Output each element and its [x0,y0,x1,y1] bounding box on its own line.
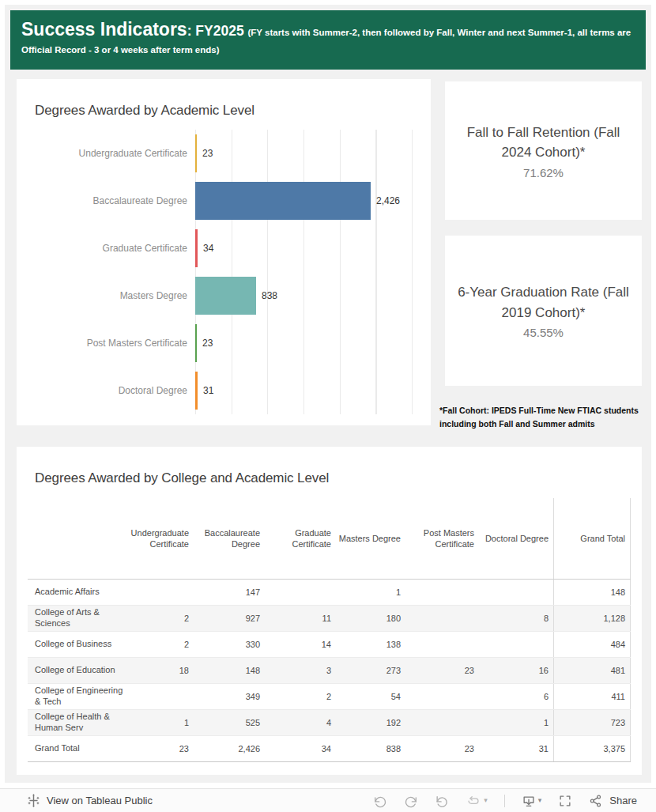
table-cell: 330 [194,632,265,657]
degrees-by-level-chart-panel: Degrees Awarded by Academic Level Underg… [17,79,431,425]
table-cell: 11 [265,606,336,631]
table-cell: 6 [479,684,553,709]
share-icon [589,794,603,808]
table-cell [479,632,553,657]
row-label: Grand Total [28,736,132,761]
bar-row: Undergraduate Certificate23 [17,130,428,177]
tableau-dashboard-page: { "header": { "title": "Success Indicato… [0,0,656,812]
bar-mark[interactable] [195,229,198,267]
table-cell: 838 [336,736,405,761]
category-label: Doctoral Degree [17,385,195,396]
category-label: Graduate Certificate [17,243,195,254]
plot-track: 838 [195,272,428,319]
table-cell: 148 [553,580,631,605]
table-cell [479,580,553,605]
view-on-tableau-public-link[interactable]: View on Tableau Public [27,794,153,807]
table-cell: 2 [132,606,194,631]
replay-button[interactable]: ▾ [466,794,488,808]
footer-actions: ▾ ▾ Share [373,794,637,808]
table-cell: 4 [265,710,336,735]
undo-button[interactable] [373,794,387,808]
table-cell: 148 [194,658,265,683]
retention-kpi-value: 71.62% [523,166,564,179]
replay-caret-icon: ▾ [484,797,488,804]
column-header: Undergraduate Certificate [132,498,194,579]
plot-track: 23 [195,319,428,367]
tableau-logo-icon [27,794,40,807]
row-label: College of Business [28,632,132,657]
column-header: Baccalaureate Degree [194,498,265,579]
retention-kpi-title: Fall to Fall Retention (Fall 2024 Cohort… [454,123,632,163]
table-cell: 484 [553,632,631,657]
table-row[interactable]: College of Arts & Sciences29271118081,12… [28,606,631,632]
dashboard-title-banner: Success Indicators: FY2025 (FY starts wi… [10,10,646,70]
redo-button[interactable] [404,794,418,808]
column-header: Graduate Certificate [265,498,336,579]
table-cell: 2 [265,684,336,709]
table-cell: 723 [553,710,631,735]
graduation-kpi-value: 45.55% [523,326,564,339]
table-row[interactable]: College of Business233014138484 [28,632,631,658]
replay-icon [466,794,481,808]
table-row[interactable]: College of Engineering & Tech3492546411 [28,684,631,710]
dashboard-title-fy: : FY2025 [187,23,248,39]
bar-value-label: 2,426 [376,195,400,206]
table-cell: 273 [336,658,405,683]
bar-row: Baccalaureate Degree2,426 [17,177,428,225]
bar-rows: Undergraduate Certificate23Baccalaureate… [17,130,428,414]
table-row[interactable]: Academic Affairs1471148 [28,580,631,606]
table-cell: 3,375 [553,736,631,761]
table-cell: 180 [336,606,405,631]
share-button[interactable]: Share [589,794,637,808]
table-cell: 192 [336,710,405,735]
graduation-kpi-title: 6-Year Graduation Rate (Fall 2019 Cohort… [454,282,632,323]
undo-icon [373,794,387,808]
table-cell: 481 [553,658,631,683]
table-cell: 16 [479,658,553,683]
table-body: Academic Affairs1471148College of Arts &… [28,580,631,762]
table-cell: 138 [336,632,405,657]
table-row[interactable]: College of Health & Human Serv1525419217… [28,710,631,736]
retention-kpi-card: Fall to Fall Retention (Fall 2024 Cohort… [445,81,642,220]
bar-value-label: 23 [202,148,213,159]
degrees-by-college-table-panel: Degrees Awarded by College and Academic … [17,447,642,775]
table-cell: 34 [265,736,336,761]
bar-mark[interactable] [195,182,371,220]
table-cell [132,684,194,709]
table-cell: 54 [336,684,405,709]
bar-row: Doctoral Degree31 [17,367,428,414]
table-cell: 18 [132,658,194,683]
table-cell: 23 [132,736,194,761]
toolbar-separator [504,795,505,807]
bar-value-label: 34 [203,243,213,254]
table-cell [405,710,479,735]
category-label: Baccalaureate Degree [17,195,195,206]
table-cell [405,684,479,709]
row-label: College of Arts & Sciences [28,606,132,631]
table-header-row: Undergraduate CertificateBaccalaureate D… [28,498,631,580]
bar-mark[interactable] [195,134,197,172]
row-label: College of Health & Human Serv [28,710,132,735]
bar-mark[interactable] [195,277,256,315]
table-cell: 1 [132,710,194,735]
column-header: Post Masters Certificate [405,498,479,579]
view-on-tableau-public-label: View on Tableau Public [47,795,153,806]
tableau-footer-toolbar: View on Tableau Public ▾ [0,788,656,812]
bar-mark[interactable] [195,324,197,362]
bar-row: Masters Degree838 [17,272,428,319]
download-button[interactable]: ▾ [522,794,542,808]
row-label: Academic Affairs [28,580,132,605]
table-cell: 1 [336,580,405,605]
table-cell: 1,128 [553,606,631,631]
fullscreen-button[interactable] [558,794,572,808]
reset-button[interactable] [435,794,449,808]
table-row-grand-total[interactable]: Grand Total232,4263483823313,375 [28,736,631,762]
plot-track: 31 [195,367,428,414]
column-header: Masters Degree [336,498,405,579]
download-icon [522,794,536,808]
table-row[interactable]: College of Education1814832732316481 [28,658,631,684]
table-cell: 23 [405,658,479,683]
bar-value-label: 23 [202,338,213,349]
share-label: Share [609,795,637,806]
bar-mark[interactable] [195,372,198,410]
